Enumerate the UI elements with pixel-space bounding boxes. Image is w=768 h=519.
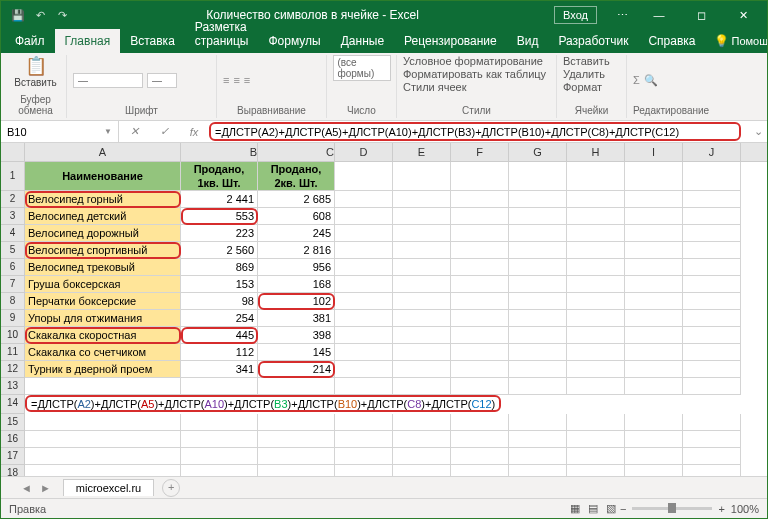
cell[interactable] (567, 293, 625, 310)
row-header[interactable]: 17 (1, 448, 25, 465)
cell[interactable] (625, 378, 683, 395)
col-header[interactable]: D (335, 143, 393, 161)
close-button[interactable]: ✕ (723, 1, 763, 29)
col-header[interactable]: H (567, 143, 625, 161)
tab-layout[interactable]: Разметка страницы (185, 15, 259, 53)
cell[interactable]: 214 (258, 361, 335, 378)
row-header[interactable]: 14 (1, 395, 25, 414)
cell[interactable] (509, 191, 567, 208)
col-header[interactable]: I (625, 143, 683, 161)
row-header[interactable]: 4 (1, 225, 25, 242)
cell[interactable] (393, 208, 451, 225)
cell[interactable] (393, 414, 451, 431)
cell[interactable] (683, 431, 741, 448)
name-box[interactable]: B10▼ (1, 121, 119, 142)
cell[interactable] (567, 242, 625, 259)
cell[interactable]: 445 (181, 327, 258, 344)
cell[interactable] (509, 344, 567, 361)
tab-data[interactable]: Данные (331, 29, 394, 53)
cell[interactable]: 2 816 (258, 242, 335, 259)
cell[interactable] (393, 431, 451, 448)
cell[interactable] (451, 191, 509, 208)
row-header[interactable]: 9 (1, 310, 25, 327)
cell[interactable] (683, 448, 741, 465)
cell[interactable] (335, 378, 393, 395)
zoom-slider[interactable] (632, 507, 712, 510)
cell[interactable] (393, 191, 451, 208)
cell[interactable] (335, 208, 393, 225)
cell[interactable]: Турник в дверной проем (25, 361, 181, 378)
cell[interactable]: 245 (258, 225, 335, 242)
view-normal-icon[interactable]: ▦ (570, 502, 580, 515)
cell[interactable]: 145 (258, 344, 335, 361)
cell[interactable]: 223 (181, 225, 258, 242)
row-header[interactable]: 3 (1, 208, 25, 225)
minimize-button[interactable]: — (639, 1, 679, 29)
ribbon-options-icon[interactable]: ⋯ (607, 9, 637, 22)
cell[interactable] (509, 448, 567, 465)
cell[interactable] (625, 259, 683, 276)
cell[interactable] (25, 448, 181, 465)
cell[interactable] (181, 414, 258, 431)
cell[interactable] (393, 259, 451, 276)
cell[interactable]: Велосипед горный (25, 191, 181, 208)
cell[interactable]: 381 (258, 310, 335, 327)
col-header[interactable]: A (25, 143, 181, 161)
cell[interactable] (335, 344, 393, 361)
cell[interactable] (567, 361, 625, 378)
cell[interactable]: Велосипед детский (25, 208, 181, 225)
cell[interactable] (393, 276, 451, 293)
tab-review[interactable]: Рецензирование (394, 29, 507, 53)
maximize-button[interactable]: ◻ (681, 1, 721, 29)
cell[interactable]: Наименование (25, 162, 181, 191)
sheet-nav-prev-icon[interactable]: ◄ (21, 482, 32, 494)
cell[interactable] (393, 344, 451, 361)
cell[interactable]: Продано, 2кв. Шт. (258, 162, 335, 191)
cell-formula-a14[interactable]: =ДЛСТР(A2)+ДЛСТР(A5)+ДЛСТР(A10)+ДЛСТР(B3… (25, 395, 501, 412)
cell[interactable] (181, 378, 258, 395)
cell[interactable] (567, 414, 625, 431)
cell[interactable]: Перчатки боксерские (25, 293, 181, 310)
cell[interactable]: Велосипед трековый (25, 259, 181, 276)
paste-button[interactable]: Вставить (14, 77, 56, 88)
tab-developer[interactable]: Разработчик (548, 29, 638, 53)
cell[interactable]: 398 (258, 327, 335, 344)
cell[interactable] (625, 327, 683, 344)
cell[interactable] (25, 414, 181, 431)
fx-icon[interactable]: fx (179, 126, 209, 138)
row-header[interactable]: 5 (1, 242, 25, 259)
cell[interactable] (683, 293, 741, 310)
row-header[interactable]: 15 (1, 414, 25, 431)
cell[interactable] (451, 327, 509, 344)
cell[interactable]: 553 (181, 208, 258, 225)
col-header[interactable]: F (451, 143, 509, 161)
cell[interactable] (335, 162, 393, 191)
cell[interactable] (683, 344, 741, 361)
cell[interactable] (335, 293, 393, 310)
cell[interactable] (393, 327, 451, 344)
cond-format-button[interactable]: Условное форматирование (403, 55, 543, 67)
view-break-icon[interactable]: ▧ (606, 502, 616, 515)
zoom-in-button[interactable]: + (718, 503, 724, 515)
view-layout-icon[interactable]: ▤ (588, 502, 598, 515)
cell[interactable] (451, 225, 509, 242)
zoom-level[interactable]: 100% (731, 503, 759, 515)
cell[interactable] (683, 191, 741, 208)
cell[interactable] (451, 293, 509, 310)
cell[interactable] (393, 448, 451, 465)
cell[interactable] (683, 361, 741, 378)
cell[interactable] (625, 344, 683, 361)
cell[interactable] (567, 259, 625, 276)
undo-icon[interactable]: ↶ (31, 6, 49, 24)
row-header[interactable]: 16 (1, 431, 25, 448)
cell[interactable] (625, 225, 683, 242)
cell[interactable]: 112 (181, 344, 258, 361)
cell[interactable]: 98 (181, 293, 258, 310)
cell[interactable] (451, 344, 509, 361)
cell[interactable]: 2 560 (181, 242, 258, 259)
cell[interactable]: 341 (181, 361, 258, 378)
cell[interactable] (258, 448, 335, 465)
formula-input[interactable]: =ДЛСТР(A2)+ДЛСТР(A5)+ДЛСТР(A10)+ДЛСТР(B3… (209, 122, 741, 141)
cell[interactable] (451, 259, 509, 276)
cell[interactable] (335, 259, 393, 276)
